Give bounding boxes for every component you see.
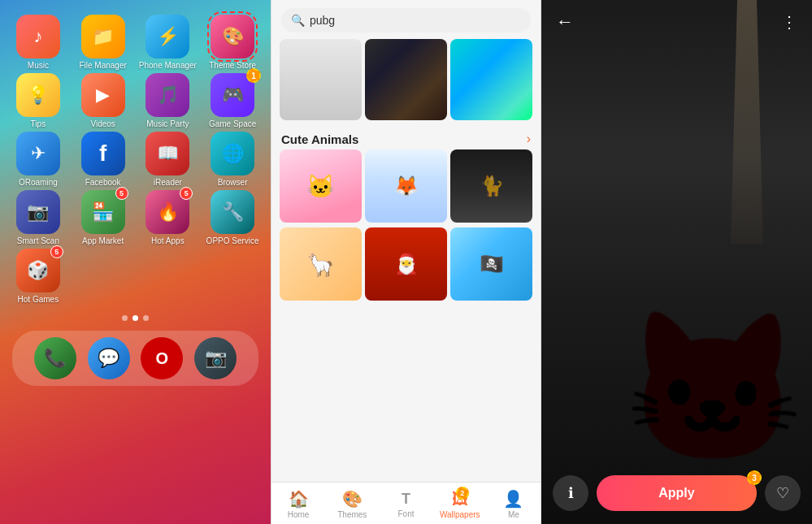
animals-wp-2[interactable] [365,149,447,223]
info-button[interactable]: ℹ [553,475,588,511]
home-screen: ♪ Music 📁 File Manager ⚡ Phone Manager 🎨… [0,0,271,524]
apply-step-badge: 3 [747,470,762,485]
app-ireader-icon: 📖 [145,132,189,175]
app-theme-store[interactable]: 🎨 Theme Store [202,15,263,70]
app-row-1: ♪ Music 📁 File Manager ⚡ Phone Manager 🎨… [8,15,263,70]
app-hot-apps[interactable]: 🔥 5 Hot Apps [138,190,198,245]
preview-back-button[interactable]: ← [556,11,574,32]
app-file-manager[interactable]: 📁 File Manager [73,15,133,70]
dock: 📞 💬 O 📷 [12,331,258,386]
app-videos-icon: ▶ [81,73,125,117]
app-market-icon: 🏪 5 [81,190,125,234]
app-oppo-service[interactable]: 🔧 OPPO Service [202,190,263,245]
apply-button[interactable]: Apply 3 [597,475,757,511]
app-files-icon: 📁 [81,15,125,58]
app-oroaming-label: ORoaming [19,178,58,187]
app-tips[interactable]: 💡 Tips [8,73,68,128]
wallpaper-thumb-2[interactable] [365,39,447,120]
app-hot-games-icon: 🎲 5 [16,249,60,292]
app-smart-scan[interactable]: 📷 Smart Scan [8,190,68,245]
dock-camera[interactable]: 📷 [194,337,237,379]
app-oppo-service-icon: 🔧 [211,190,254,234]
nav-wallpapers-label: Wallpapers [440,510,480,519]
app-tips-icon: 💡 [16,73,60,117]
app-hot-games-label: Hot Games [18,295,59,304]
search-input[interactable] [310,14,521,27]
cat-silhouette-icon: 🐱 [621,303,804,475]
app-browser[interactable]: 🌐 Browser [202,132,263,187]
app-market-badge: 5 [115,187,128,200]
app-browser-icon: 🌐 [211,132,254,175]
app-row-2: 💡 Tips ▶ Videos 🎵 Music Party 🎮 1 Game S… [8,73,263,128]
nav-themes[interactable]: 🎨 Themes [325,489,379,519]
app-music-party-label: Music Party [146,119,189,128]
hot-apps-badge: 5 [180,187,193,200]
app-music[interactable]: ♪ Music [8,15,68,70]
app-facebook[interactable]: f Facebook [73,132,133,187]
app-phone-manager[interactable]: ⚡ Phone Manager [138,15,198,70]
animals-wallpapers-row2 [271,227,541,301]
app-facebook-icon: f [81,132,125,175]
cute-animals-section-header: Cute Animals › [271,127,541,149]
app-ireader[interactable]: 📖 iReader [138,132,198,187]
animals-wp-3[interactable] [450,149,532,223]
wallpapers-step-badge: 2 [456,487,469,500]
animals-wp-1[interactable] [280,149,362,223]
app-hot-apps-label: Hot Apps [151,236,185,245]
nav-home[interactable]: 🏠 Home [271,489,325,519]
app-phone-manager-icon: ⚡ [145,15,189,58]
app-music-icon: ♪ [16,15,60,58]
preview-share-button[interactable]: ⋮ [781,12,797,32]
heart-button[interactable]: ♡ [765,475,801,511]
app-game-space-label: Game Space [209,119,256,128]
app-game-space[interactable]: 🎮 1 Game Space [202,73,263,128]
nav-me[interactable]: 👤 Me [487,489,541,519]
app-game-space-icon: 🎮 1 [211,73,254,117]
wallpaper-thumb-3[interactable] [450,39,532,120]
nav-themes-label: Themes [337,510,367,519]
nav-me-icon: 👤 [503,489,523,509]
app-row-3: ✈ ORoaming f Facebook 📖 iReader 🌐 Browse… [8,132,263,187]
animals-wp-6[interactable] [450,227,532,301]
app-app-market[interactable]: 🏪 5 App Market [73,190,133,245]
cute-animals-title: Cute Animals [281,132,358,146]
app-browser-label: Browser [218,178,248,187]
wallpaper-preview-panel: 🐱 ← ⋮ ℹ Apply 3 ♡ [541,0,812,524]
dock-phone[interactable]: 📞 [34,337,76,379]
app-smart-scan-label: Smart Scan [17,236,59,245]
app-theme-store-icon: 🎨 [211,15,254,58]
theme-store-panel: 🔍 Cute Animals › 🏠 Home 🎨 Themes T [271,0,541,524]
nav-font[interactable]: T Font [379,491,432,518]
preview-actions-bar: ℹ Apply 3 ♡ [541,466,812,524]
game-space-step-badge: 1 [246,68,261,83]
apply-label: Apply [658,486,694,500]
nav-wallpapers[interactable]: 🖼 Wallpapers 2 [433,490,487,519]
cute-animals-arrow[interactable]: › [527,132,531,146]
app-videos[interactable]: ▶ Videos [73,73,133,128]
dot-3 [143,315,149,321]
nav-home-icon: 🏠 [289,489,309,509]
app-videos-label: Videos [90,119,115,128]
search-icon: 🔍 [291,14,305,27]
wallpaper-thumb-1[interactable] [280,39,362,120]
nav-font-label: Font [398,509,415,518]
app-music-party[interactable]: 🎵 Music Party [138,73,198,128]
nav-me-label: Me [508,510,519,519]
app-ireader-label: iReader [154,178,182,187]
animals-wp-5[interactable] [365,227,447,301]
animals-wp-4[interactable] [280,227,362,301]
page-indicator [8,315,263,321]
app-row-5: 🎲 5 Hot Games [8,249,263,304]
nav-home-label: Home [288,510,310,519]
app-oroaming[interactable]: ✈ ORoaming [8,132,68,187]
nav-themes-icon: 🎨 [342,489,363,509]
app-hot-apps-icon: 🔥 5 [145,190,189,234]
dock-messages[interactable]: 💬 [88,337,130,379]
app-smart-scan-icon: 📷 [16,190,60,234]
app-music-label: Music [28,61,49,70]
search-bar[interactable]: 🔍 [281,8,531,32]
app-hot-games[interactable]: 🎲 5 Hot Games [8,249,68,304]
app-facebook-label: Facebook [85,178,121,187]
dock-opera[interactable]: O [141,337,183,379]
cat-image: 🐱 [541,0,812,524]
